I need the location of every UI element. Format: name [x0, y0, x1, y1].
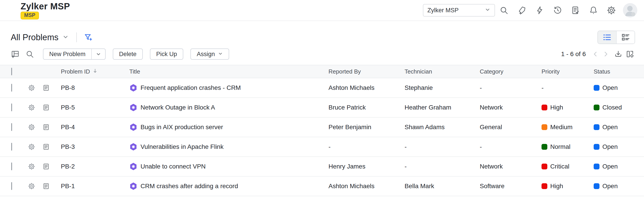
problem-title: Vulnerabilities in Apache Flink: [140, 143, 224, 150]
list-search-icon[interactable]: [26, 50, 34, 58]
row-checkbox[interactable]: [11, 163, 12, 170]
header-status[interactable]: Status: [594, 68, 644, 75]
row-checkbox[interactable]: [11, 182, 12, 190]
problem-hexagon-icon: [129, 163, 138, 171]
search-icon[interactable]: [495, 2, 513, 18]
problem-title-link[interactable]: Unable to connect VPN: [129, 163, 328, 171]
sort-descending-icon[interactable]: [92, 68, 98, 75]
header-title[interactable]: Title: [129, 68, 328, 75]
table-header: Problem ID Title Reported By Technician …: [0, 65, 644, 78]
view-toggle-group: [598, 31, 635, 44]
worklog-note-icon[interactable]: [38, 84, 54, 91]
problem-hexagon-icon: [129, 182, 138, 190]
delete-button[interactable]: Delete: [113, 48, 143, 60]
priority-color-square: [542, 124, 547, 130]
problem-hexagon-icon: [129, 143, 138, 151]
reported-by: Henry James: [328, 163, 404, 170]
status-color-square: [594, 144, 600, 150]
header-technician[interactable]: Technician: [404, 68, 480, 75]
brand: Zylker MSP MSP: [20, 1, 70, 19]
category: Software: [480, 183, 542, 190]
problem-title-link[interactable]: Frequent application crashes - CRM: [129, 84, 328, 92]
table-row[interactable]: PB-1 CRM crashes after adding a record A…: [0, 177, 644, 196]
new-problem-button[interactable]: New Problem: [44, 49, 91, 59]
row-checkbox[interactable]: [11, 143, 12, 151]
problem-title: Network Outage in Block A: [140, 104, 215, 111]
table-row[interactable]: PB-3 Vulnerabilities in Apache Flink - -…: [0, 137, 644, 157]
row-settings-gear-icon[interactable]: [24, 143, 38, 151]
notifications-icon[interactable]: [584, 2, 602, 18]
next-page-icon[interactable]: [600, 49, 611, 59]
row-checkbox[interactable]: [11, 123, 12, 131]
topbar-icons: [495, 2, 637, 18]
row-settings-gear-icon[interactable]: [24, 182, 38, 190]
row-checkbox[interactable]: [11, 103, 12, 111]
priority-color-square: [542, 144, 547, 150]
avatar[interactable]: [623, 3, 637, 17]
category: Network: [480, 104, 542, 111]
priority: -: [542, 84, 594, 91]
worklog-note-icon[interactable]: [38, 163, 54, 170]
priority: Normal: [542, 143, 594, 150]
history-icon[interactable]: [549, 2, 566, 18]
status: Open: [594, 183, 644, 190]
new-problem-split-button: New Problem: [43, 48, 106, 60]
worklog-note-icon[interactable]: [38, 143, 54, 150]
task-approval-icon[interactable]: [566, 2, 584, 18]
settings-icon[interactable]: [602, 2, 620, 18]
problem-title: Frequent application crashes - CRM: [140, 84, 241, 91]
assign-chevron-down-icon: [218, 51, 223, 58]
filter-add-icon[interactable]: [84, 33, 93, 42]
technician: -: [404, 163, 480, 170]
previous-page-icon[interactable]: [590, 49, 600, 59]
technician: Heather Graham: [404, 104, 480, 111]
row-settings-gear-icon[interactable]: [24, 123, 38, 131]
technician: Shawn Adams: [404, 124, 480, 131]
problem-title: Bugs in AIX production server: [140, 124, 223, 131]
technician: Stephanie: [404, 84, 480, 91]
assign-button[interactable]: Assign: [190, 48, 229, 60]
card-view-toggle[interactable]: [616, 31, 634, 44]
status-color-square: [594, 105, 600, 110]
tag-add-icon[interactable]: [513, 2, 531, 18]
problem-title-link[interactable]: Bugs in AIX production server: [129, 123, 328, 131]
problem-title-link[interactable]: Vulnerabilities in Apache Flink: [129, 143, 328, 151]
table-row[interactable]: PB-4 Bugs in AIX production server Peter…: [0, 118, 644, 137]
header-reported-by[interactable]: Reported By: [328, 68, 404, 75]
worklog-note-icon[interactable]: [38, 104, 54, 111]
status-color-square: [594, 183, 600, 189]
reported-by: Bruce Patrick: [328, 104, 404, 111]
problem-title-link[interactable]: Network Outage in Block A: [129, 103, 328, 112]
row-settings-gear-icon[interactable]: [24, 84, 38, 92]
view-header: All Problems: [11, 30, 635, 44]
problem-id: PB-8: [54, 84, 129, 91]
add-view-icon[interactable]: [11, 50, 20, 58]
flash-icon[interactable]: [531, 2, 549, 18]
worklog-note-icon[interactable]: [38, 183, 54, 190]
brand-badge: MSP: [20, 12, 39, 19]
select-all-checkbox[interactable]: [11, 68, 12, 75]
category: -: [480, 84, 542, 91]
priority-label: High: [550, 183, 563, 190]
org-selector[interactable]: Zylker MSP: [423, 4, 495, 16]
row-checkbox[interactable]: [11, 84, 12, 92]
priority-label: High: [550, 104, 563, 111]
view-chevron-down-icon[interactable]: [62, 34, 69, 41]
header-category[interactable]: Category: [480, 68, 542, 75]
list-view-toggle[interactable]: [598, 31, 616, 44]
status-label: Open: [602, 143, 618, 150]
table-row[interactable]: PB-2 Unable to connect VPN Henry James -…: [0, 157, 644, 177]
problem-title-link[interactable]: CRM crashes after adding a record: [129, 182, 328, 190]
header-problem-id[interactable]: Problem ID: [61, 68, 90, 75]
table-row[interactable]: PB-5 Network Outage in Block A Bruce Pat…: [0, 98, 644, 118]
pickup-button[interactable]: Pick Up: [150, 48, 183, 60]
status-color-square: [594, 164, 600, 169]
new-problem-menu-button[interactable]: [91, 49, 105, 59]
column-settings-icon[interactable]: [625, 49, 635, 59]
export-download-icon[interactable]: [613, 49, 624, 59]
worklog-note-icon[interactable]: [38, 124, 54, 131]
row-settings-gear-icon[interactable]: [24, 104, 38, 111]
header-priority[interactable]: Priority: [542, 68, 594, 75]
row-settings-gear-icon[interactable]: [24, 163, 38, 170]
table-row[interactable]: PB-8 Frequent application crashes - CRM …: [0, 78, 644, 98]
